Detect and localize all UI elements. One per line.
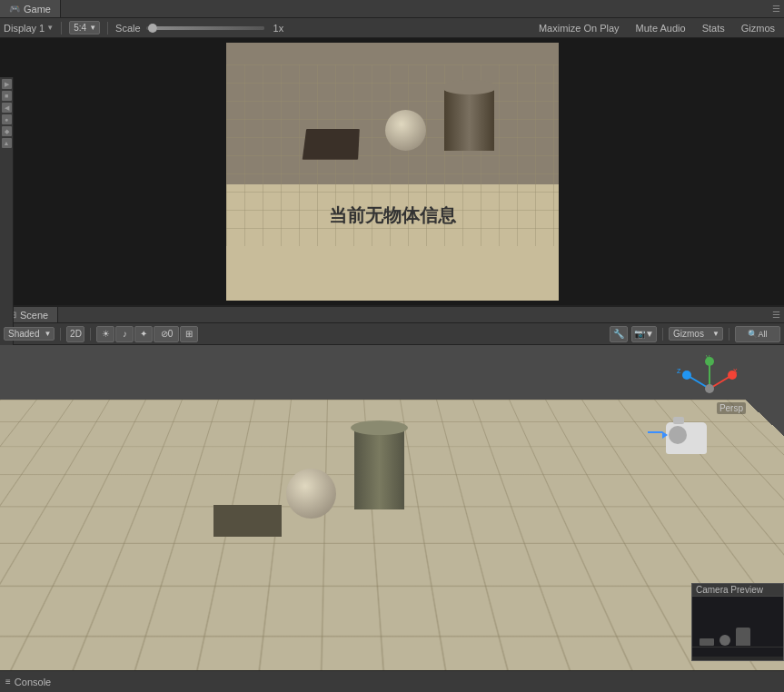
game-scene: 当前无物体信息 (226, 43, 559, 301)
scene-sep-3 (662, 328, 663, 341)
display-arrow: ▼ (46, 24, 54, 32)
shaded-arrow: ▼ (45, 330, 52, 338)
sep-2 (107, 22, 108, 35)
left-panel: ▶ ■ ◀ ● ◆ ▲ (0, 77, 14, 359)
cp-sphere (719, 635, 730, 646)
game-viewport: ▶ ■ ◀ ● ◆ ▲ 当前无物体信息 (0, 38, 784, 305)
res-arrow: ▼ (89, 24, 96, 32)
scene-cylinder (354, 428, 404, 509)
camera-preview-title: Camera Preview (692, 584, 783, 597)
svg-point-17 (705, 384, 714, 393)
svg-point-15 (728, 371, 737, 380)
console-icon: ≡ (5, 677, 11, 687)
left-icon-4[interactable]: ● (2, 114, 12, 124)
cp-cylinder (736, 628, 750, 646)
scale-label: Scale (115, 23, 141, 34)
effects-btn[interactable]: ✦ (134, 326, 153, 342)
scene-tab-bar: ⊞ Scene ☰ (0, 305, 784, 323)
left-icon-2[interactable]: ■ (2, 91, 12, 101)
cp-floor (692, 647, 783, 648)
wrench-btn[interactable]: 🔧 (610, 326, 628, 342)
persp-label: Persp (717, 402, 746, 414)
gizmos-dropdown[interactable]: Gizmos ▼ (669, 327, 723, 341)
scene-cube (213, 505, 282, 537)
search-scene-btn[interactable]: 🔍 All (735, 326, 780, 342)
game-tab-label: Game (24, 4, 51, 15)
game-icon: 🎮 (9, 4, 20, 14)
scene-sep-1 (60, 328, 61, 341)
left-icon-5[interactable]: ◆ (2, 126, 12, 136)
scene-sep-2 (90, 328, 91, 341)
game-tab-bar: 🎮 Game ☰ (0, 0, 784, 18)
scene-tab-label: Scene (20, 310, 48, 321)
cp-cube (700, 638, 714, 646)
svg-point-16 (682, 371, 691, 380)
scale-thumb (148, 24, 157, 33)
gizmos-arrow: ▼ (712, 330, 719, 338)
camera-gizmo (666, 422, 716, 463)
left-icon-6[interactable]: ▲ (2, 138, 12, 148)
display-label: Display 1 (4, 23, 45, 34)
camera-btn[interactable]: 📷▼ (631, 326, 657, 342)
left-icon-1[interactable]: ▶ (2, 79, 12, 89)
scene-sep-4 (729, 328, 729, 341)
scene-icon-group-1: ☀ ♪ ✦ ⊘ 0 ⊞ (96, 326, 198, 342)
scale-slider[interactable] (146, 26, 264, 30)
scene-tab-menu-btn[interactable]: ☰ (772, 310, 784, 320)
gizmos-game-btn[interactable]: Gizmos (736, 21, 780, 35)
hidden-btn[interactable]: ⊘ 0 (154, 326, 179, 342)
game-sphere (385, 110, 426, 151)
scale-value: 1x (273, 23, 284, 34)
axis-gizmo: y x z Persp (673, 352, 746, 428)
game-toolbar: Display 1 ▼ 5:4 ▼ Scale 1x Maximize On P… (0, 18, 784, 38)
audio-btn[interactable]: ♪ (115, 326, 134, 342)
console-bar: ≡ Console (0, 670, 784, 692)
stats-btn[interactable]: Stats (697, 21, 730, 35)
maximize-play-btn[interactable]: Maximize On Play (533, 21, 625, 35)
scene-toolbar: Shaded ▼ 2D ☀ ♪ ✦ ⊘ 0 ⊞ 🔧 📷▼ Gizmos ▼ 🔍 … (0, 323, 784, 345)
game-info-text: 当前无物体信息 (329, 203, 456, 228)
mute-audio-btn[interactable]: Mute Audio (630, 21, 691, 35)
game-canvas: 当前无物体信息 (226, 43, 559, 301)
2d-btn[interactable]: 2D (66, 326, 84, 342)
game-cube (302, 129, 359, 160)
game-cylinder (444, 87, 494, 151)
game-tab[interactable]: 🎮 Game (0, 0, 61, 17)
svg-point-14 (705, 357, 714, 366)
scene-viewport: y x z Persp Camera Preview (0, 345, 784, 687)
camera-preview-content (692, 597, 783, 657)
light-btn[interactable]: ☀ (96, 326, 114, 342)
scene-sphere (286, 469, 336, 519)
display-select[interactable]: Display 1 ▼ (4, 23, 54, 34)
left-icon-3[interactable]: ◀ (2, 103, 12, 113)
console-tab-label[interactable]: Console (15, 677, 51, 687)
shaded-dropdown[interactable]: Shaded ▼ (4, 327, 55, 341)
sep-1 (61, 22, 62, 35)
tab-menu-btn[interactable]: ☰ (772, 4, 784, 14)
scene-extra-btn[interactable]: ⊞ (180, 326, 198, 342)
resolution-dropdown[interactable]: 5:4 ▼ (69, 21, 100, 35)
camera-preview: Camera Preview (691, 583, 784, 661)
camera-preview-objects (700, 628, 750, 646)
svg-text:z: z (677, 366, 681, 375)
